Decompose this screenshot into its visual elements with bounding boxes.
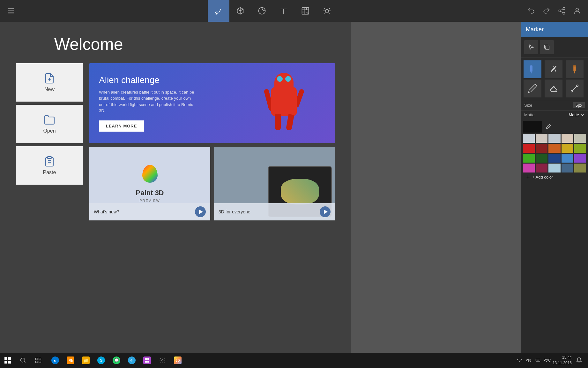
svg-point-20 <box>559 10 561 12</box>
eyedropper-button[interactable] <box>544 122 553 131</box>
whats-new-play[interactable] <box>195 206 206 217</box>
robot-eye-left <box>277 76 283 82</box>
matte-dropdown[interactable]: Matte <box>569 112 585 117</box>
brush-line[interactable] <box>566 80 584 97</box>
account-button[interactable] <box>569 0 585 22</box>
tool-stickers[interactable] <box>251 0 273 22</box>
calligraphy-icon <box>549 65 558 74</box>
search-button[interactable] <box>15 353 31 368</box>
redo-button[interactable] <box>539 0 554 22</box>
color-cell[interactable] <box>574 144 586 153</box>
3d-everyone-card[interactable]: 3D for everyone <box>214 147 335 220</box>
color-cell[interactable] <box>536 144 547 153</box>
color-cell[interactable] <box>562 154 573 163</box>
start-button[interactable] <box>0 353 15 368</box>
color-cell[interactable] <box>548 154 560 163</box>
whats-new-card[interactable]: Paint 3D PREVIEW What's new? <box>89 147 210 220</box>
toolbar-right-buttons <box>524 0 585 22</box>
svg-rect-55 <box>536 359 540 362</box>
share-button[interactable] <box>554 0 569 22</box>
open-button[interactable]: Open <box>16 105 83 143</box>
copy-tool[interactable] <box>540 40 554 54</box>
svg-point-10 <box>325 9 328 12</box>
brush-oil[interactable] <box>566 60 584 78</box>
panel-header: Marker <box>521 22 588 37</box>
task-view-button[interactable] <box>31 353 46 368</box>
3d-everyone-play[interactable] <box>320 206 331 217</box>
taskbar-right: РУС 15:44 13.11.2016 <box>516 355 588 366</box>
color-cell[interactable] <box>523 134 535 143</box>
cursor-tool[interactable] <box>524 40 538 54</box>
robot-body <box>271 87 297 116</box>
notification-button[interactable] <box>573 355 585 366</box>
color-cell[interactable] <box>523 154 535 163</box>
add-color-button[interactable]: + Add color <box>523 172 586 181</box>
clock-time: 15:44 <box>553 355 572 360</box>
taskbar-store[interactable]: 🛍 <box>63 353 78 368</box>
language-indicator: РУС <box>543 358 551 363</box>
color-cell[interactable] <box>536 154 547 163</box>
menu-button[interactable] <box>0 0 22 22</box>
open-label: Open <box>43 128 56 134</box>
taskbar-clock: 15:44 13.11.2016 <box>553 355 572 366</box>
featured-text: Alien challenge When alien creatures bat… <box>89 63 233 143</box>
panel-size: Size 5px <box>521 100 588 110</box>
line-icon <box>570 84 579 93</box>
brush-pencil[interactable] <box>524 80 541 97</box>
wifi-icon <box>517 358 522 363</box>
color-cell[interactable] <box>548 164 560 172</box>
tool-effects[interactable] <box>316 0 338 22</box>
paste-button[interactable]: Paste <box>16 146 83 185</box>
featured-banner: Alien challenge When alien creatures bat… <box>89 63 335 143</box>
color-cell[interactable] <box>574 154 586 163</box>
color-cell[interactable] <box>562 164 573 172</box>
paint3d-preview-label: PREVIEW <box>139 199 160 203</box>
taskbar-skype[interactable]: S <box>93 353 109 368</box>
color-cell[interactable] <box>523 164 535 172</box>
brush-eraser[interactable] <box>545 80 562 97</box>
new-button[interactable]: New <box>16 63 83 102</box>
taskbar-files[interactable]: 📁 <box>78 353 93 368</box>
taskbar-telegram[interactable]: ✈ <box>124 353 139 368</box>
color-cell[interactable] <box>536 134 547 143</box>
svg-line-36 <box>572 86 577 91</box>
svg-rect-30 <box>546 46 549 50</box>
learn-more-button[interactable]: LEARN MORE <box>99 120 144 132</box>
color-cell[interactable] <box>574 134 586 143</box>
cursor-icon <box>528 44 535 51</box>
paint3d-text: Paint 3D <box>136 189 164 197</box>
brush-calligraphy[interactable] <box>545 60 562 78</box>
network-icon[interactable] <box>516 356 523 364</box>
eyedropper-icon <box>545 124 551 130</box>
color-cell[interactable] <box>574 164 586 172</box>
color-cell[interactable] <box>562 134 573 143</box>
color-cell[interactable] <box>548 144 560 153</box>
svg-point-24 <box>576 8 579 11</box>
tool-3d[interactable] <box>229 0 251 22</box>
current-color[interactable] <box>523 121 542 133</box>
keyboard-icon[interactable] <box>534 356 542 364</box>
volume-icon[interactable] <box>525 356 532 364</box>
taskbar-edge[interactable]: e <box>48 353 63 368</box>
color-cell[interactable] <box>548 134 560 143</box>
search-icon <box>20 357 26 364</box>
svg-point-52 <box>162 360 163 361</box>
brush-marker[interactable] <box>524 60 541 78</box>
color-cell[interactable] <box>536 164 547 172</box>
svg-point-21 <box>563 12 565 14</box>
tool-brush[interactable] <box>208 0 229 22</box>
taskbar-paint3d[interactable]: 3D <box>170 353 185 368</box>
svg-rect-50 <box>36 361 38 363</box>
color-palette <box>523 134 586 172</box>
taskbar-winbadge[interactable] <box>139 353 155 368</box>
video-cards: Paint 3D PREVIEW What's new? <box>89 147 335 220</box>
color-cell[interactable] <box>562 144 573 153</box>
tool-canvas[interactable] <box>294 0 316 22</box>
3d-everyone-label: 3D for everyone <box>214 203 335 220</box>
taskbar-settings[interactable] <box>155 353 170 368</box>
taskbar-whatsapp[interactable]: 💬 <box>109 353 124 368</box>
tool-text[interactable] <box>273 0 294 22</box>
svg-point-19 <box>563 7 565 10</box>
undo-button[interactable] <box>524 0 539 22</box>
color-cell[interactable] <box>523 144 535 153</box>
